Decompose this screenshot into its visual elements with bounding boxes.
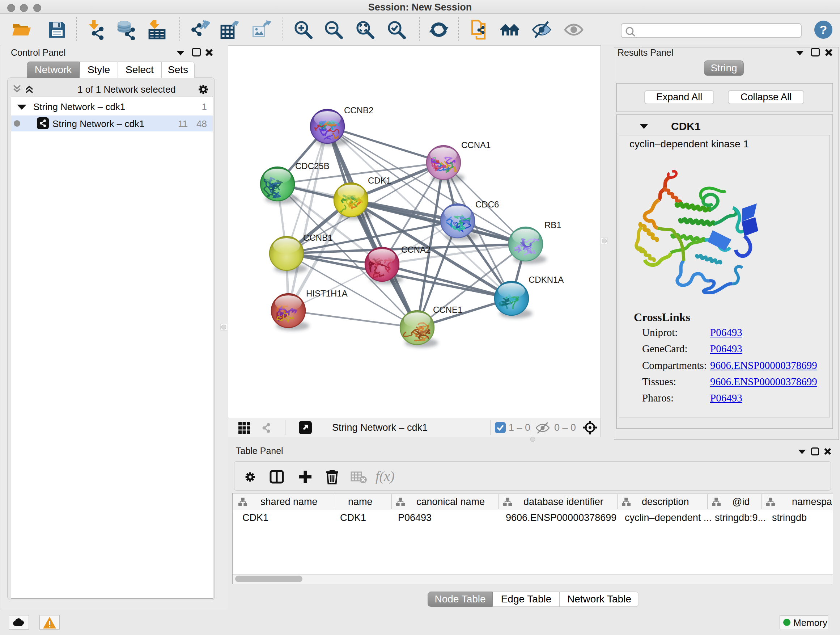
svg-text:RB1: RB1 (545, 220, 561, 230)
svg-text:CCNB1: CCNB1 (303, 233, 332, 242)
svg-text:CCNA1: CCNA1 (461, 140, 491, 150)
svg-text:CDKN1A: CDKN1A (529, 275, 564, 285)
svg-text:CCNA2: CCNA2 (401, 245, 431, 255)
svg-text:CCNB2: CCNB2 (344, 105, 373, 115)
svg-text:CDC6: CDC6 (475, 200, 499, 209)
svg-text:CCNE1: CCNE1 (433, 305, 462, 315)
svg-text:HIST1H1A: HIST1H1A (306, 288, 347, 298)
svg-text:CDC25B: CDC25B (295, 161, 330, 171)
svg-text:?: ? (820, 23, 827, 36)
svg-text:CDK1: CDK1 (368, 176, 391, 185)
